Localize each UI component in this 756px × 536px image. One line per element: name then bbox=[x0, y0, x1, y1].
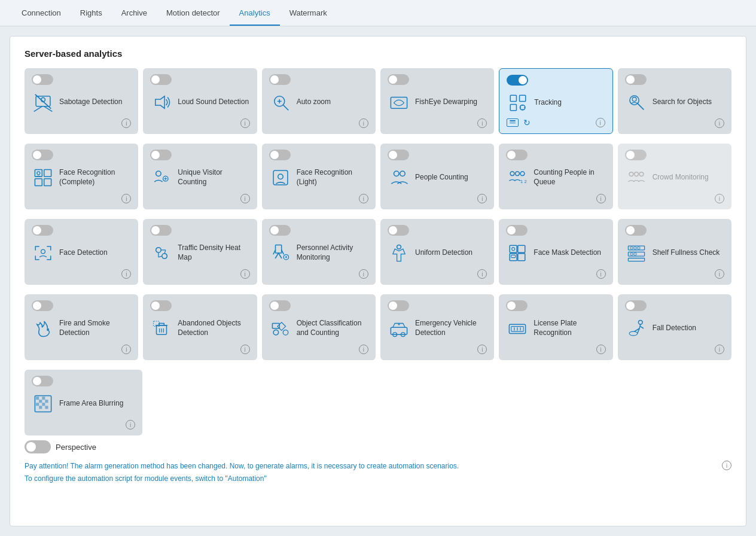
card-face-recognition-complete[interactable]: ✕ Face Recognition (Complete) bbox=[25, 144, 138, 209]
toggle-fire-smoke[interactable]: ✕ bbox=[32, 300, 53, 311]
toggle-fall-detection[interactable]: ✕ bbox=[625, 300, 647, 311]
tracking-refresh-icon[interactable]: ↻ bbox=[523, 118, 531, 127]
svg-rect-24 bbox=[35, 179, 42, 186]
tracking-info[interactable]: i bbox=[596, 118, 605, 127]
toggle-face-recog-complete[interactable]: ✕ bbox=[32, 150, 53, 160]
toggle-counting-queue[interactable]: ✕ bbox=[506, 150, 528, 160]
toggle-license-plate[interactable]: ✕ bbox=[506, 300, 528, 311]
card-tracking[interactable]: ✓ Tracking bbox=[499, 68, 612, 134]
nav-connection[interactable]: Connection bbox=[12, 1, 71, 26]
nav-analytics[interactable]: Analytics bbox=[230, 1, 280, 26]
frame-blurring-info[interactable]: i bbox=[126, 420, 135, 430]
tracking-config-icon[interactable] bbox=[507, 118, 519, 127]
card-emergency-vehicle[interactable]: ✕ Emergency Vehicle Detection bbox=[380, 294, 494, 360]
svg-rect-102 bbox=[36, 403, 39, 406]
card-fall-detection[interactable]: ✕ Fall Detection i bbox=[618, 294, 731, 360]
toggle-tracking[interactable]: ✓ bbox=[507, 75, 528, 86]
card-people-counting[interactable]: ✕ People Counting i bbox=[380, 144, 494, 209]
toggle-sabotage[interactable]: ✕ bbox=[32, 74, 53, 85]
toggle-abandoned[interactable]: ✕ bbox=[150, 300, 172, 311]
card-object-classification[interactable]: ✕ Object Classification and Counting i bbox=[262, 294, 376, 360]
toggle-people-counting[interactable]: ✕ bbox=[388, 150, 409, 160]
fire-smoke-info[interactable]: i bbox=[121, 345, 131, 354]
card-license-plate[interactable]: ✕ License Plate Recognition i bbox=[499, 294, 612, 360]
card-auto-zoom[interactable]: ✕ Auto zoom i bbox=[262, 68, 376, 134]
card-traffic-density[interactable]: ✕ Traffic Density Heat Map bbox=[143, 219, 257, 285]
auto-zoom-info[interactable]: i bbox=[359, 118, 368, 128]
toggle-perspective[interactable]: ✕ bbox=[25, 440, 51, 453]
card-shelf-fullness[interactable]: ✕ Shelf Fullne bbox=[618, 219, 731, 285]
nav-archive[interactable]: Archive bbox=[112, 1, 157, 26]
card-crowd-monitoring[interactable]: ✕ Crowd Monitoring bbox=[618, 144, 731, 209]
card-personnel-activity[interactable]: ✕ Personnel Ac bbox=[262, 219, 376, 285]
uniform-detection-label: Uniform Detection bbox=[415, 248, 472, 258]
toggle-personnel-activity[interactable]: ✕ bbox=[269, 225, 291, 236]
shelf-fullness-info[interactable]: i bbox=[715, 269, 724, 279]
emergency-vehicle-info[interactable]: i bbox=[477, 345, 487, 354]
toggle-shelf-fullness[interactable]: ✕ bbox=[625, 225, 647, 236]
card-face-mask[interactable]: ✕ Face Mask Detection bbox=[499, 219, 612, 285]
svg-point-39 bbox=[629, 172, 633, 176]
card-sabotage[interactable]: ✕ Sabotage Detection i bbox=[25, 68, 138, 134]
toggle-uniform-detection[interactable]: ✕ bbox=[388, 225, 409, 236]
face-recog-light-info[interactable]: i bbox=[359, 194, 368, 203]
toggle-object-classification[interactable]: ✕ bbox=[269, 300, 291, 311]
object-classification-info[interactable]: i bbox=[359, 345, 368, 354]
svg-rect-99 bbox=[42, 397, 45, 400]
license-plate-info[interactable]: i bbox=[596, 345, 606, 354]
svg-point-33 bbox=[394, 171, 399, 176]
toggle-traffic-density[interactable]: ✕ bbox=[150, 225, 172, 236]
toggle-search-objects[interactable]: ✕ bbox=[625, 74, 647, 85]
toggle-emergency-vehicle[interactable]: ✕ bbox=[388, 300, 409, 311]
face-recog-complete-info[interactable]: i bbox=[121, 194, 131, 203]
fisheye-info[interactable]: i bbox=[477, 118, 487, 128]
svg-point-35 bbox=[510, 172, 514, 176]
card-counting-queue[interactable]: ✕ 1 2 3 Counting People in Queue bbox=[499, 144, 612, 209]
fall-detection-icon bbox=[625, 317, 648, 340]
toggle-fisheye[interactable]: ✕ bbox=[388, 74, 409, 85]
sabotage-info[interactable]: i bbox=[121, 118, 131, 128]
fall-detection-info[interactable]: i bbox=[715, 345, 724, 354]
face-detection-info[interactable]: i bbox=[121, 269, 131, 279]
card-face-recognition-light[interactable]: ✕ Face Recognition (Light) i bbox=[262, 144, 376, 209]
personnel-activity-info[interactable]: i bbox=[359, 269, 368, 279]
card-abandoned[interactable]: ✕ Abandoned Ob bbox=[143, 294, 257, 360]
notice-info-icon[interactable]: i bbox=[722, 461, 731, 470]
uniform-detection-info[interactable]: i bbox=[477, 269, 487, 279]
toggle-unique-visitor[interactable]: ✕ bbox=[150, 150, 172, 160]
personnel-activity-label: Personnel Activity Monitoring bbox=[297, 243, 368, 262]
traffic-density-info[interactable]: i bbox=[240, 269, 250, 279]
toggle-frame-blurring[interactable]: ✕ bbox=[32, 376, 53, 386]
nav-rights[interactable]: Rights bbox=[71, 1, 112, 26]
nav-watermark[interactable]: Watermark bbox=[280, 1, 337, 26]
card-loud-sound[interactable]: ✕ Loud Sound Detection i bbox=[143, 68, 257, 134]
nav-motion-detector[interactable]: Motion detector bbox=[157, 1, 230, 26]
face-mask-info[interactable]: i bbox=[596, 269, 606, 279]
unique-visitor-info[interactable]: i bbox=[240, 194, 250, 203]
crowd-monitoring-info[interactable]: i bbox=[715, 194, 724, 203]
card-frame-blurring[interactable]: ✕ bbox=[25, 370, 142, 436]
card-search-objects[interactable]: ✕ Search for Objects i bbox=[618, 68, 731, 134]
card-uniform-detection[interactable]: ✕ Uniform Detection i bbox=[380, 219, 494, 285]
counting-queue-label: Counting People in Queue bbox=[534, 168, 605, 187]
toggle-crowd-monitoring[interactable]: ✕ bbox=[625, 150, 647, 160]
card-fisheye[interactable]: ✕ FishEye Dewarping i bbox=[380, 68, 494, 134]
people-counting-info[interactable]: i bbox=[477, 194, 487, 203]
loud-sound-info[interactable]: i bbox=[240, 118, 250, 128]
abandoned-info[interactable]: i bbox=[240, 345, 250, 354]
toggle-face-recog-light[interactable]: ✕ bbox=[269, 150, 291, 160]
counting-queue-info[interactable]: i bbox=[596, 194, 606, 203]
card-unique-visitor[interactable]: ✕ Unique Visitor Counting i bbox=[143, 144, 257, 209]
svg-line-20 bbox=[637, 103, 643, 109]
face-detection-icon bbox=[32, 242, 54, 264]
search-objects-info[interactable]: i bbox=[715, 118, 724, 128]
toggle-loud-sound[interactable]: ✕ bbox=[150, 74, 172, 85]
face-detection-label: Face Detection bbox=[59, 248, 108, 258]
toggle-face-detection[interactable]: ✕ bbox=[32, 225, 53, 236]
svg-point-27 bbox=[156, 171, 161, 176]
toggle-auto-zoom[interactable]: ✕ bbox=[269, 74, 291, 85]
toggle-face-mask[interactable]: ✕ bbox=[506, 225, 528, 236]
card-fire-smoke[interactable]: ✕ Fire and Smoke Detection i bbox=[25, 294, 138, 360]
card-face-detection[interactable]: ✕ Face Detection i bbox=[25, 219, 138, 285]
svg-point-21 bbox=[632, 98, 636, 102]
